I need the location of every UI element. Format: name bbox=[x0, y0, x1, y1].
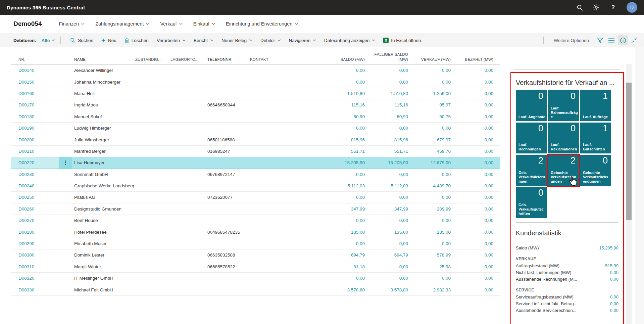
amount-faelliger-saldo-link[interactable]: 694,79 bbox=[394, 252, 408, 258]
customer-nr-link[interactable]: D00190 bbox=[18, 126, 34, 131]
amount-verkauf-link[interactable]: 50,75 bbox=[439, 114, 451, 119]
amount-faelliger-saldo-link[interactable]: 0,00 bbox=[399, 172, 408, 177]
stat-value-link[interactable]: 515,99 bbox=[605, 263, 618, 268]
amount-verkauf-link[interactable]: 0,00 bbox=[442, 276, 451, 281]
stat-value-link[interactable]: 0,00 bbox=[610, 308, 618, 313]
help-icon[interactable]: ? bbox=[610, 4, 616, 11]
amount-faelliger-saldo-link[interactable]: 0,00 bbox=[399, 195, 408, 200]
column-header-kontakt[interactable]: KONTAKT bbox=[242, 57, 315, 62]
amount-saldo-link[interactable]: 135,00 bbox=[351, 230, 365, 235]
amount-bezahlt-link[interactable]: 0,00 bbox=[485, 149, 493, 154]
amount-saldo-link[interactable]: 551,71 bbox=[351, 149, 365, 154]
amount-faelliger-saldo-link[interactable]: 0,00 bbox=[399, 80, 408, 85]
cue-tile-gebuchte-verkaufsrechnungen[interactable]: 2Gebuchte Verkaufsrechnungen bbox=[548, 155, 579, 186]
amount-bezahlt-link[interactable]: 0,00 bbox=[485, 137, 493, 142]
toolbar-action-navigieren[interactable]: Navigieren bbox=[285, 38, 320, 43]
customer-nr-link[interactable]: D00260 bbox=[18, 206, 34, 212]
toolbar-action-bericht[interactable]: Bericht bbox=[190, 38, 217, 43]
table-row[interactable]: D00140Alexander Willinger0,000,000,000,0… bbox=[11, 65, 500, 76]
amount-faelliger-saldo-link[interactable]: 1.510,80 bbox=[390, 91, 408, 96]
table-row[interactable]: D00180Manuel Sokof60,9060,9050,750,00 bbox=[11, 111, 500, 123]
amount-saldo-link[interactable]: 0,00 bbox=[356, 241, 365, 246]
list-view-icon[interactable] bbox=[606, 35, 616, 45]
amount-saldo-link[interactable]: 5.112,03 bbox=[347, 183, 365, 188]
table-row[interactable]: D00310Margit Winter0668557852231,180,002… bbox=[11, 261, 500, 273]
toolbar-action-suchen[interactable]: Suchen bbox=[66, 38, 97, 43]
customer-nr-link[interactable]: D00170 bbox=[18, 102, 34, 107]
toolbar-action-verarbeiten[interactable]: Verarbeiten bbox=[153, 38, 190, 43]
column-header-bez[interactable]: BEZAHLT (MW) bbox=[451, 57, 493, 62]
table-row[interactable]: D00230Sonnmatt GmbH067689721470,000,000,… bbox=[11, 169, 500, 180]
table-row[interactable]: D00260Designstudio Gmunden347,99347,9928… bbox=[11, 203, 500, 215]
toolbar-action-loeschen[interactable]: Löschen bbox=[120, 38, 153, 43]
amount-verkauf-link[interactable]: 679,97 bbox=[437, 137, 451, 142]
customer-nr-link[interactable]: D00270 bbox=[18, 218, 34, 223]
amount-verkauf-link[interactable]: 1.259,00 bbox=[433, 91, 451, 96]
cue-tile-lauf-auftraege[interactable]: 1Lauf. Aufträge bbox=[580, 90, 611, 121]
customer-nr-link[interactable]: D00180 bbox=[18, 114, 34, 119]
amount-bezahlt-link[interactable]: 0,00 bbox=[485, 287, 493, 292]
more-options-button[interactable]: Weitere Optionen bbox=[549, 38, 594, 43]
cue-tile-lauf-rechnungen[interactable]: 0Lauf. Rechnungen bbox=[516, 123, 547, 153]
amount-saldo-link[interactable]: 815,96 bbox=[351, 137, 365, 142]
column-header-nr[interactable]: NR. bbox=[11, 57, 59, 62]
amount-bezahlt-link[interactable]: 0,00 bbox=[485, 126, 493, 131]
customer-nr-link[interactable]: D00140 bbox=[18, 68, 34, 73]
amount-verkauf-link[interactable]: 0,00 bbox=[442, 126, 451, 131]
amount-bezahlt-link[interactable]: 0,00 bbox=[485, 218, 493, 223]
amount-faelliger-saldo-link[interactable]: 815,96 bbox=[394, 137, 408, 142]
user-avatar[interactable]: D bbox=[627, 2, 637, 13]
amount-faelliger-saldo-link[interactable]: 347,99 bbox=[394, 206, 408, 212]
amount-verkauf-link[interactable]: 0,00 bbox=[442, 195, 451, 200]
cue-tile-lauf-reklamationen[interactable]: 0Lauf. Reklamationen bbox=[548, 123, 579, 153]
amount-saldo-link[interactable]: 0,00 bbox=[356, 195, 365, 200]
customer-nr-link[interactable]: D00210 bbox=[18, 149, 34, 154]
app-title[interactable]: Dynamics 365 Business Central bbox=[7, 5, 85, 10]
amount-saldo-link[interactable]: 0,00 bbox=[356, 218, 365, 223]
column-header-name[interactable]: NAME bbox=[72, 57, 134, 62]
amount-faelliger-saldo-link[interactable]: 0,00 bbox=[399, 68, 408, 73]
toolbar-action-in-excel-oeffnen[interactable]: XIn Excel öffnen bbox=[379, 38, 425, 43]
amount-faelliger-saldo-link[interactable]: 0,00 bbox=[399, 276, 408, 281]
cue-tile-lauf-angebote[interactable]: 0Lauf. Angebote bbox=[516, 90, 547, 121]
customer-nr-link[interactable]: D00240 bbox=[18, 183, 34, 188]
amount-saldo-link[interactable]: 0,00 bbox=[356, 172, 365, 177]
toolbar-action-neuer-beleg[interactable]: Neuer Beleg bbox=[217, 38, 256, 43]
amount-bezahlt-link[interactable]: 0,00 bbox=[485, 264, 493, 269]
row-options-icon[interactable] bbox=[65, 160, 66, 165]
table-row[interactable]: D00220Lisa Hubmayer15.205,9015.205,9012.… bbox=[11, 157, 500, 169]
cue-tile-gebuchte-verkaufsruecksendungen[interactable]: 0Gebuchte Verkaufsrücksendungen bbox=[580, 155, 611, 186]
nav-item-einkauf[interactable]: Einkauf bbox=[188, 21, 220, 27]
info-panel-icon[interactable] bbox=[618, 35, 628, 45]
global-search-icon[interactable] bbox=[576, 4, 583, 11]
amount-saldo-link[interactable]: 0,00 bbox=[356, 68, 365, 73]
amount-verkauf-link[interactable]: 135,00 bbox=[437, 230, 451, 235]
customer-nr-link[interactable]: D00290 bbox=[18, 241, 34, 246]
amount-faelliger-saldo-link[interactable]: 15.205,90 bbox=[388, 160, 408, 165]
amount-bezahlt-link[interactable]: 0,00 bbox=[485, 230, 493, 235]
toolbar-action-dateianhang-anzeigen[interactable]: Dateianhang anzeigen bbox=[320, 38, 379, 43]
nav-item-verkauf[interactable]: Verkauf bbox=[155, 21, 188, 27]
amount-bezahlt-link[interactable]: 0,00 bbox=[485, 241, 493, 246]
factbox-scrollbar-thumb[interactable] bbox=[626, 83, 632, 220]
amount-bezahlt-link[interactable]: 0,00 bbox=[485, 252, 493, 258]
cue-tile-lauf-gutschriften[interactable]: 1Lauf. Gutschriften bbox=[580, 123, 611, 153]
amount-bezahlt-link[interactable]: 0,00 bbox=[485, 114, 493, 119]
stat-value-link[interactable]: 0,00 bbox=[610, 301, 618, 306]
amount-verkauf-link[interactable]: 289,99 bbox=[437, 206, 451, 212]
customer-nr-link[interactable]: D00200 bbox=[18, 137, 34, 142]
amount-verkauf-link[interactable]: 0,00 bbox=[442, 80, 451, 85]
nav-item-einrichtung-und-erweiterungen[interactable]: Einrichtung und Erweiterungen bbox=[220, 21, 303, 27]
company-name[interactable]: Demo054 bbox=[13, 20, 42, 28]
amount-faelliger-saldo-link[interactable]: 551,71 bbox=[394, 149, 408, 154]
amount-verkauf-link[interactable]: 0,00 bbox=[442, 241, 451, 246]
amount-saldo-link[interactable]: 15.205,90 bbox=[345, 160, 365, 165]
amount-saldo-link[interactable]: 1.510,80 bbox=[347, 91, 365, 96]
column-header-tel[interactable]: TELEFONNR. bbox=[205, 57, 242, 62]
column-header-zust[interactable]: ZUSTÄNDIG... bbox=[134, 57, 169, 62]
amount-bezahlt-link[interactable]: 0,00 bbox=[485, 102, 493, 107]
amount-saldo-link[interactable]: 60,90 bbox=[353, 114, 365, 119]
table-row[interactable]: D00280Hotel Pferdesee0049685478235135,00… bbox=[11, 226, 500, 238]
toolbar-action-debitor[interactable]: Debitor bbox=[256, 38, 285, 43]
table-row[interactable]: D00160Maria Hell1.510,801.510,801.259,00… bbox=[11, 88, 500, 99]
